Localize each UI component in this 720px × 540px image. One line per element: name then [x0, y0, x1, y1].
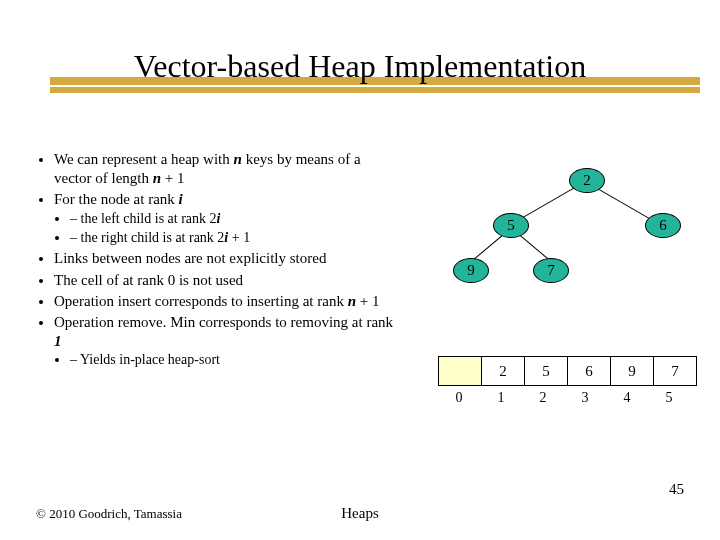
array-cell-5: 7 — [654, 357, 697, 386]
footer-center: Heaps — [0, 505, 720, 522]
idx-2: 2 — [522, 390, 564, 406]
bullet-1: We can represent a heap with n keys by m… — [54, 150, 398, 188]
heap-array: 2 5 6 9 7 — [438, 356, 697, 386]
bullet-body: We can represent a heap with n keys by m… — [38, 150, 398, 371]
tree-node-lr: 7 — [533, 258, 569, 283]
array-cell-4: 9 — [611, 357, 654, 386]
bullet-2: For the node at rank i the left child is… — [54, 190, 398, 247]
idx-3: 3 — [564, 390, 606, 406]
array-index-row: 0 1 2 3 4 5 — [438, 390, 690, 406]
idx-5: 5 — [648, 390, 690, 406]
bullet-6: Operation remove. Min corresponds to rem… — [54, 313, 398, 369]
slide-title-block: Vector-based Heap Implementation — [60, 48, 660, 89]
idx-4: 4 — [606, 390, 648, 406]
idx-1: 1 — [480, 390, 522, 406]
tree-node-r: 6 — [645, 213, 681, 238]
sub-2a: the left child is at rank 2i — [70, 210, 398, 228]
tree-node-root: 2 — [569, 168, 605, 193]
idx-0: 0 — [438, 390, 480, 406]
sub-2b: the right child is at rank 2i + 1 — [70, 229, 398, 247]
array-cell-3: 6 — [568, 357, 611, 386]
bullet-5: Operation insert corresponds to insertin… — [54, 292, 398, 311]
slide-title: Vector-based Heap Implementation — [60, 48, 660, 85]
footer-slide-number: 45 — [669, 481, 684, 498]
bullet-3: Links between nodes are not explicitly s… — [54, 249, 398, 268]
sub-6a: Yields in-place heap-sort — [70, 351, 398, 369]
bullet-4: The cell of at rank 0 is not used — [54, 271, 398, 290]
tree-node-ll: 9 — [453, 258, 489, 283]
array-cell-0 — [439, 357, 482, 386]
array-cell-1: 2 — [482, 357, 525, 386]
array-cell-2: 5 — [525, 357, 568, 386]
tree-node-l: 5 — [493, 213, 529, 238]
heap-tree: 2 5 6 9 7 — [420, 158, 700, 328]
